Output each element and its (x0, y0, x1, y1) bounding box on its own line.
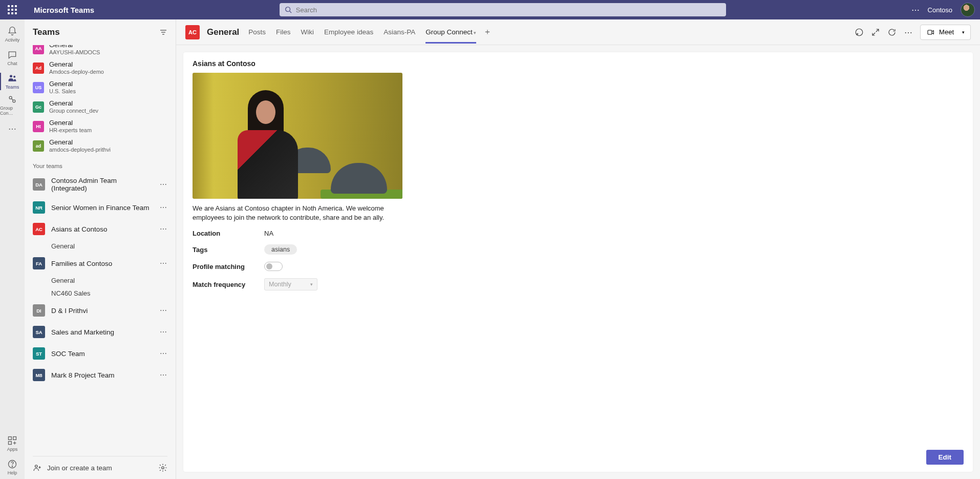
meet-dropdown-button[interactable]: ▾ (956, 25, 971, 40)
profile-matching-toggle[interactable] (264, 262, 283, 271)
recent-channel-item[interactable]: Ad General Amdocs-deploy-demo (25, 58, 176, 78)
location-label: Location (193, 230, 264, 237)
group-title: Asians at Contoso (193, 59, 964, 68)
channel-team-name: AAYUSHI-AMDOCS (49, 49, 100, 56)
svg-point-0 (286, 7, 290, 12)
team-name: Mark 8 Project Team (51, 371, 154, 379)
channel-team-name: HR-experts team (49, 127, 92, 134)
channel-avatar: Ht (33, 121, 44, 132)
filter-icon[interactable] (159, 28, 167, 36)
channel-avatar: Ad (33, 63, 44, 74)
channel-name: General (49, 45, 100, 49)
ellipsis-icon: ⋯ (8, 124, 16, 134)
recent-channel-item[interactable]: ad General amdocs-deployed-prithvi (25, 136, 176, 156)
svg-point-2 (10, 75, 12, 77)
match-frequency-select[interactable]: Monthly ▾ (264, 278, 317, 290)
gear-icon[interactable] (158, 463, 167, 472)
rail-activity[interactable]: Activity (0, 23, 25, 46)
search-box[interactable] (280, 3, 726, 16)
rail-more[interactable]: ⋯ (0, 117, 25, 140)
team-name: Sales and Marketing (51, 328, 154, 336)
team-more-button[interactable]: ⋯ (160, 225, 167, 233)
team-more-button[interactable]: ⋯ (160, 349, 167, 358)
team-name: SOC Team (51, 350, 154, 358)
channel-item[interactable]: General (25, 240, 176, 253)
tab-posts[interactable]: Posts (248, 21, 266, 43)
tenant-name[interactable]: Contoso (928, 6, 952, 14)
rail-help[interactable]: Help (0, 455, 25, 479)
meet-button[interactable]: Meet (920, 25, 961, 40)
team-name: Asians at Contoso (51, 225, 154, 233)
app-launcher-button[interactable] (0, 0, 25, 19)
recent-channel-item[interactable]: AA General AAYUSHI-AMDOCS (25, 45, 176, 58)
channel-name: General (49, 80, 76, 88)
more-options-button[interactable]: ⋯ (904, 28, 913, 37)
team-item[interactable]: DI D & I Prithvi ⋯ (25, 300, 176, 321)
app-title: Microsoft Teams (34, 6, 94, 14)
team-avatar: NR (33, 201, 45, 214)
channel-title: General (207, 27, 239, 37)
team-item[interactable]: M8 Mark 8 Project Team ⋯ (25, 364, 176, 386)
channel-avatar: AA (33, 45, 44, 54)
conversation-icon[interactable] (855, 28, 864, 37)
rail-chat[interactable]: Chat (0, 46, 25, 70)
team-item[interactable]: FA Families at Contoso ⋯ (25, 253, 176, 274)
tab-group-connect[interactable]: Group Connect▾ (425, 21, 476, 43)
tab-files[interactable]: Files (276, 21, 291, 43)
teams-panel: Teams AA General AAYUSHI-AMDOCSAd Genera… (25, 19, 176, 479)
add-tab-button[interactable]: ＋ (483, 27, 492, 37)
tab-employee-ideas[interactable]: Employee ideas (324, 21, 373, 43)
tags-label: Tags (193, 246, 264, 254)
team-item[interactable]: AC Asians at Contoso ⋯ (25, 218, 176, 240)
team-more-button[interactable]: ⋯ (160, 328, 167, 336)
rail-apps[interactable]: Apps (0, 432, 25, 455)
team-more-button[interactable]: ⋯ (160, 306, 167, 315)
apps-icon (7, 435, 17, 446)
profile-matching-label: Profile matching (193, 263, 264, 270)
chat-icon (7, 50, 17, 60)
people-add-icon (33, 463, 42, 472)
team-avatar: M8 (33, 369, 45, 381)
recent-channel-item[interactable]: US General U.S. Sales (25, 78, 176, 97)
channel-name: General (49, 138, 111, 147)
group-connect-icon (7, 94, 17, 105)
group-description: We are Asians at Contoso chapter in Noth… (193, 204, 402, 222)
channel-item[interactable]: General (25, 274, 176, 287)
refresh-icon[interactable] (887, 28, 897, 37)
team-item[interactable]: DA Contoso Admin Team (Integrated) ⋯ (25, 172, 176, 197)
tab-asians-pa[interactable]: Asians-PA (384, 21, 415, 43)
more-menu-button[interactable]: ⋯ (911, 5, 920, 15)
recent-channel-item[interactable]: Gc General Group connect_dev (25, 97, 176, 117)
tag-chip: asians (264, 244, 297, 255)
team-more-button[interactable]: ⋯ (160, 180, 167, 189)
channel-avatar: AC (185, 25, 200, 39)
team-avatar: FA (33, 257, 45, 269)
tab-wiki[interactable]: Wiki (301, 21, 314, 43)
channel-avatar: ad (33, 140, 44, 152)
search-input[interactable] (296, 6, 721, 14)
svg-point-3 (13, 76, 15, 78)
user-avatar[interactable] (961, 3, 975, 17)
team-more-button[interactable]: ⋯ (160, 259, 167, 267)
expand-icon[interactable] (871, 28, 880, 37)
join-create-team[interactable]: Join or create a team (25, 456, 176, 479)
rail-teams[interactable]: Teams (0, 70, 25, 93)
team-avatar: DA (33, 178, 45, 191)
bell-icon (7, 26, 17, 36)
team-more-button[interactable]: ⋯ (160, 371, 167, 379)
recent-channel-item[interactable]: Ht General HR-experts team (25, 117, 176, 136)
edit-button[interactable]: Edit (926, 450, 964, 465)
location-value: NA (264, 230, 273, 237)
team-item[interactable]: ST SOC Team ⋯ (25, 343, 176, 364)
section-your-teams: Your teams (25, 156, 176, 172)
channel-team-name: Group connect_dev (49, 108, 98, 115)
video-icon (927, 28, 935, 36)
channel-avatar: Gc (33, 101, 44, 113)
channel-item[interactable]: NC460 Sales (25, 287, 176, 300)
rail-group-connect[interactable]: Group Con… (0, 93, 25, 117)
team-item[interactable]: SA Sales and Marketing ⋯ (25, 321, 176, 343)
team-more-button[interactable]: ⋯ (160, 203, 167, 212)
team-item[interactable]: NR Senior Women in Finance Team ⋯ (25, 197, 176, 218)
svg-rect-18 (928, 30, 932, 34)
group-connect-canvas: Asians at Contoso We are Asians at Conto… (183, 52, 973, 472)
